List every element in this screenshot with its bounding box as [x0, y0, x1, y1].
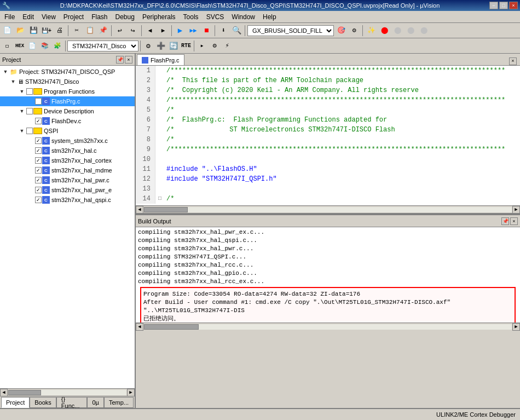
copy-button[interactable]: [84, 25, 96, 37]
tree-scrollbar-h[interactable]: ◀ ▶: [0, 388, 135, 396]
tree-scroll-right[interactable]: ▶: [127, 389, 135, 396]
undo-button[interactable]: [114, 25, 126, 37]
panel-close-button[interactable]: ×: [125, 56, 132, 64]
tab-func[interactable]: {} Func...: [56, 397, 88, 408]
tree-node-hal-mdma[interactable]: ✓ C stm32h7xx_hal_mdme: [0, 165, 135, 175]
tree-node-qspi[interactable]: ▼ QSPI: [0, 126, 135, 136]
checkbox-qspi[interactable]: [26, 128, 33, 134]
save-button[interactable]: [27, 25, 39, 37]
checkbox-hal[interactable]: ✓: [35, 147, 42, 154]
editor-tab-flashprg[interactable]: FlashPrg.c: [137, 54, 184, 65]
build-scroll-thumb[interactable]: [144, 324, 199, 330]
extra-btn2[interactable]: ⚙: [209, 40, 221, 52]
tab-books[interactable]: Books: [30, 397, 56, 408]
hex-button[interactable]: HEX: [14, 40, 26, 52]
checkbox-hal-mdma[interactable]: ✓: [35, 167, 42, 174]
target-gear-button[interactable]: ⚙: [142, 40, 154, 52]
build-target-dropdown[interactable]: STM32H747I_Disco: [67, 41, 138, 51]
tree-node-root[interactable]: ▼ 📁 Project: STM32H747I_DISCO_QSP: [0, 67, 135, 77]
tree-node-flashprg[interactable]: ✓ C FlashPrg.c: [0, 96, 135, 106]
nav-fwd-button[interactable]: ▶: [157, 25, 169, 37]
build-scroll-left[interactable]: ◀: [136, 323, 143, 331]
menu-view[interactable]: View: [38, 12, 59, 22]
checkbox-hal-pwr[interactable]: ✓: [35, 177, 42, 183]
menu-file[interactable]: File: [1, 12, 18, 22]
checkbox-dev-desc[interactable]: [26, 108, 33, 114]
checkbox-flashdev[interactable]: ✓: [35, 118, 42, 124]
tree-node-flashdev[interactable]: ✓ C FlashDev.c: [0, 116, 135, 126]
build-scroll-right[interactable]: ▶: [512, 323, 520, 331]
page-button[interactable]: 📄: [26, 40, 38, 52]
menu-help[interactable]: Help: [259, 12, 280, 22]
target-options-button[interactable]: 🎯: [335, 25, 347, 37]
tree-node-system[interactable]: ✓ C system_stm32h7xx.c: [0, 136, 135, 146]
options-button[interactable]: ⚙: [348, 25, 360, 37]
build-panel-pin[interactable]: 📌: [501, 217, 509, 225]
menu-svcs[interactable]: SVCS: [203, 12, 228, 22]
tree-scroll-left[interactable]: ◀: [0, 389, 8, 396]
tree-node-dev-desc[interactable]: ▼ Device Description: [0, 106, 135, 116]
rebuild-button[interactable]: ▶▶: [187, 25, 199, 37]
editor-scroll-track[interactable]: [144, 207, 512, 212]
redo-button[interactable]: [127, 25, 139, 37]
menu-edit[interactable]: Edit: [19, 12, 37, 22]
refresh-button[interactable]: 🔄: [167, 40, 180, 52]
stop-build-button[interactable]: [200, 25, 212, 37]
tree-node-hal-cortex[interactable]: ✓ C stm32h7xx_hal_cortex: [0, 156, 135, 165]
print-button[interactable]: 🖨: [54, 25, 66, 37]
menu-tools[interactable]: Tools: [180, 12, 202, 22]
minimize-button[interactable]: −: [489, 2, 498, 9]
paste-button[interactable]: [97, 25, 109, 37]
tree-node-hal-qspi[interactable]: ✓ C stm32h7xx_hal_qspi.c: [0, 195, 135, 205]
circle-button2[interactable]: ⬤: [405, 25, 417, 37]
source-view-button[interactable]: ◻: [1, 40, 13, 52]
debug-start-button[interactable]: 🔍: [230, 25, 242, 37]
build-scroll-track[interactable]: [144, 324, 512, 330]
open-file-button[interactable]: [14, 25, 26, 37]
tab-project[interactable]: Project: [1, 397, 30, 408]
component-button[interactable]: 🧩: [51, 40, 63, 52]
tree-node-hal[interactable]: ✓ C stm32h7xx_hal.c: [0, 146, 135, 156]
checkbox-prog-funcs[interactable]: [26, 88, 33, 95]
editor-scroll-left[interactable]: ◀: [136, 206, 143, 214]
tree-node-hal-pwr[interactable]: ✓ C stm32h7xx_hal_pwr.c: [0, 175, 135, 185]
editor-scroll-right[interactable]: ▶: [512, 206, 520, 214]
checkbox-system[interactable]: ✓: [35, 137, 42, 144]
books-button[interactable]: 📚: [39, 40, 51, 52]
build-panel-close[interactable]: ×: [510, 217, 518, 225]
rte-button[interactable]: RTE: [180, 40, 192, 52]
menu-debug[interactable]: Debug: [112, 12, 138, 22]
wizard-button[interactable]: ✨: [365, 25, 377, 37]
editor-scroll-thumb[interactable]: [144, 207, 188, 212]
download-button[interactable]: [217, 25, 229, 37]
add-component-button[interactable]: ➕: [155, 40, 167, 52]
close-button[interactable]: ×: [509, 2, 518, 9]
menu-window[interactable]: Window: [228, 12, 258, 22]
editor-scrollbar-h[interactable]: ◀ ▶: [136, 205, 520, 213]
panel-pin-button[interactable]: 📌: [116, 56, 124, 64]
menu-peripherals[interactable]: Peripherals: [139, 12, 179, 22]
cut-button[interactable]: [71, 25, 83, 37]
stop-red-button[interactable]: ⬤: [378, 25, 390, 37]
menu-flash[interactable]: Flash: [88, 12, 111, 22]
code-editor[interactable]: 1 /*************************************…: [136, 66, 520, 205]
new-file-button[interactable]: [1, 25, 13, 37]
checkbox-hal-pwr-ex[interactable]: ✓: [35, 187, 42, 193]
target-dropdown[interactable]: GX_BRUSH_SOLID_FILL: [247, 25, 334, 36]
extra-btn1[interactable]: ▸: [196, 40, 208, 52]
menu-project[interactable]: Project: [60, 12, 87, 22]
checkbox-hal-cortex[interactable]: ✓: [35, 157, 42, 164]
tree-node-hal-pwr-ex[interactable]: ✓ C stm32h7xx_hal_pwr_e: [0, 185, 135, 195]
nav-back-button[interactable]: ◀: [144, 25, 156, 37]
circle-button1[interactable]: ⬤: [391, 25, 403, 37]
tree-node-prog-funcs[interactable]: ▼ Program Functions: [0, 87, 135, 96]
circle-button3[interactable]: ⬤: [418, 25, 430, 37]
tree-node-target[interactable]: ▼ 🖥 STM32H747I_Disco: [0, 77, 135, 87]
editor-panel-close[interactable]: ×: [509, 57, 517, 65]
tab-0[interactable]: 0µ: [87, 397, 103, 408]
save-all-button[interactable]: 💾+: [41, 25, 53, 37]
extra-btn3[interactable]: ⚡: [221, 40, 233, 52]
checkbox-hal-qspi[interactable]: ✓: [35, 197, 42, 203]
checkbox-flashprg[interactable]: ✓: [35, 98, 42, 105]
build-button[interactable]: ▶: [174, 25, 186, 37]
